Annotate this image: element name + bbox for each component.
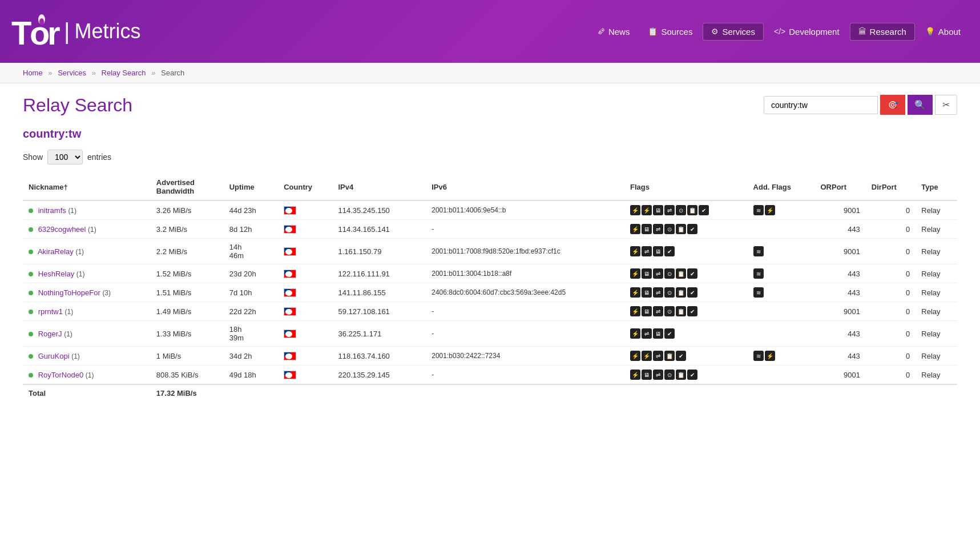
td-addflags (748, 302, 815, 321)
td-ipv4: 114.35.245.150 (332, 200, 426, 220)
site-logo[interactable]: T o r | Metrics (11, 11, 140, 51)
relay-link[interactable]: RogerJ (38, 330, 62, 338)
td-uptime: 8d 12h (224, 220, 279, 239)
td-orport: 9001 (815, 200, 866, 220)
td-type: Relay (916, 200, 957, 220)
nav-development[interactable]: </> Development (766, 23, 848, 40)
nav-news[interactable]: 🗞 News (589, 23, 638, 40)
breadcrumb-services[interactable]: Services (58, 69, 86, 77)
td-dirport: 0 (866, 220, 916, 239)
td-ipv6: - (426, 220, 624, 239)
header: T o r | Metrics 🗞 News 📋 Sources ⚙ Servi… (0, 0, 980, 63)
family-badge: (1) (71, 352, 80, 360)
td-type: Relay (916, 347, 957, 366)
td-addflags: ≋ (748, 264, 815, 283)
table-row: NothingToHopeFor (3) 1.51 MiB/s 7d 10h 1… (23, 283, 957, 302)
table-row: RogerJ (1) 1.33 MiB/s 18h39m 36.225.1.17… (23, 321, 957, 347)
td-addflags: ≋ (748, 239, 815, 264)
td-addflags (748, 366, 815, 385)
relay-link[interactable]: 6329cogwheel (38, 225, 86, 234)
td-ipv6: 2406:8dc0:6004:60d7:cbc3:569a:3eee:42d5 (426, 283, 624, 302)
td-dirport: 0 (866, 200, 916, 220)
relay-link[interactable]: AkiraRelay (38, 247, 74, 256)
breadcrumb-relay-search[interactable]: Relay Search (102, 69, 146, 77)
td-bw: 1 MiB/s (151, 347, 224, 366)
nav-sources-label: Sources (661, 27, 692, 37)
nav-news-label: News (608, 27, 630, 37)
td-bw: 1.52 MiB/s (151, 264, 224, 283)
breadcrumb-home[interactable]: Home (23, 69, 43, 77)
td-uptime: 49d 18h (224, 366, 279, 385)
td-flags: ⚡⚡⇌📋✔ (624, 347, 748, 366)
td-addflags: ≋ (748, 283, 815, 302)
status-dot (29, 310, 33, 314)
relay-link[interactable]: NothingToHopeFor (38, 288, 100, 297)
nav-about[interactable]: 💡 About (917, 23, 969, 40)
tor-logo-svg: T o r (11, 11, 63, 51)
td-uptime: 7d 10h (224, 283, 279, 302)
family-badge: (1) (75, 248, 84, 256)
th-ipv6: IPv6 (426, 174, 624, 200)
nav-research[interactable]: 🏛 Research (850, 23, 915, 41)
nav-about-label: About (938, 27, 961, 37)
td-bw: 2.2 MiB/s (151, 239, 224, 264)
nav-sources[interactable]: 📋 Sources (640, 23, 700, 40)
td-uptime: 22d 22h (224, 302, 279, 321)
nav-research-label: Research (870, 27, 906, 37)
td-nickname: HeshRelay (1) (23, 264, 151, 283)
main-nav: 🗞 News 📋 Sources ⚙ Services </> Developm… (589, 23, 969, 41)
target-button[interactable]: 🎯 (880, 95, 905, 115)
status-dot (29, 291, 33, 295)
nav-development-label: Development (789, 27, 839, 37)
td-flags: ⚡⇌🖥✔ (624, 321, 748, 347)
td-ipv4: 1.161.150.79 (332, 239, 426, 264)
sources-icon: 📋 (648, 27, 658, 36)
td-country (278, 220, 332, 239)
expand-button[interactable]: ✂ (935, 95, 957, 115)
search-input[interactable] (764, 96, 878, 114)
relay-link[interactable]: RoyTorNode0 (38, 371, 84, 379)
td-orport: 9001 (815, 366, 866, 385)
th-flags: Flags (624, 174, 748, 200)
nav-services[interactable]: ⚙ Services (703, 23, 764, 41)
relay-link[interactable]: HeshRelay (38, 270, 75, 278)
family-badge: (1) (68, 207, 76, 215)
breadcrumb: Home » Services » Relay Search » Search (23, 69, 957, 77)
td-ipv4: 141.11.86.155 (332, 283, 426, 302)
table-row: GuruKopi (1) 1 MiB/s 34d 2h 118.163.74.1… (23, 347, 957, 366)
th-addflags: Add. Flags (748, 174, 815, 200)
table-row: AkiraRelay (1) 2.2 MiB/s 14h46m 1.161.15… (23, 239, 957, 264)
td-bw: 808.35 KiB/s (151, 366, 224, 385)
td-type: Relay (916, 220, 957, 239)
td-ipv4: 59.127.108.161 (332, 302, 426, 321)
td-dirport: 0 (866, 302, 916, 321)
svg-point-3 (39, 18, 44, 25)
th-orport: ORPort (815, 174, 866, 200)
entries-label: entries (87, 152, 111, 162)
td-addflags (748, 220, 815, 239)
th-ipv4: IPv4 (332, 174, 426, 200)
td-type: Relay (916, 366, 957, 385)
metrics-label: Metrics (74, 11, 140, 51)
td-ipv4: 36.225.1.171 (332, 321, 426, 347)
relay-link[interactable]: initramfs (38, 206, 66, 215)
th-uptime: Uptime (224, 174, 279, 200)
td-ipv6: - (426, 302, 624, 321)
td-country (278, 239, 332, 264)
relay-link[interactable]: rprntw1 (38, 307, 63, 316)
td-nickname: 6329cogwheel (1) (23, 220, 151, 239)
td-dirport: 0 (866, 264, 916, 283)
show-label: Show (23, 152, 43, 162)
td-ipv4: 118.163.74.160 (332, 347, 426, 366)
relay-link[interactable]: GuruKopi (38, 352, 70, 360)
td-ipv6: - (426, 366, 624, 385)
total-bw: 17.32 MiB/s (151, 384, 224, 401)
td-flags: ⚡🖥⇌⊙📋✔ (624, 302, 748, 321)
entries-select[interactable]: 10 25 50 100 (47, 150, 83, 164)
table-row: 6329cogwheel (1) 3.2 MiB/s 8d 12h 114.34… (23, 220, 957, 239)
td-dirport: 0 (866, 321, 916, 347)
development-icon: </> (774, 27, 785, 36)
td-flags: ⚡🖥⇌⊙📋✔ (624, 264, 748, 283)
search-button[interactable]: 🔍 (908, 95, 933, 115)
td-flags: ⚡⇌🖥✔ (624, 239, 748, 264)
